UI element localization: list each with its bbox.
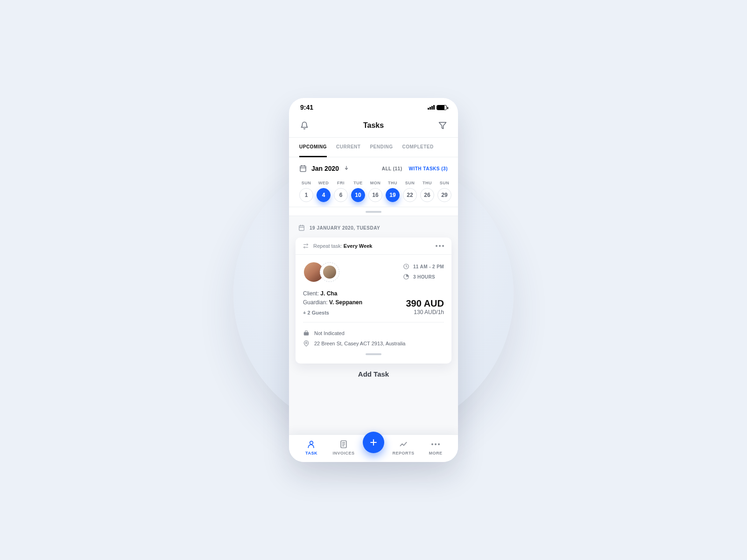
guardian-name: V. Seppanen <box>329 299 362 306</box>
address-row: 22 Breen St, Casey ACT 2913, Australia <box>303 338 444 349</box>
tab-completed[interactable]: COMPLETED <box>402 138 433 157</box>
month-label: Jan 2020 <box>311 165 339 172</box>
client-name: J. Cha <box>320 290 337 297</box>
avatar-placeholder <box>320 262 339 282</box>
time-range-label: 11 AM - 2 PM <box>413 264 444 269</box>
divider <box>303 322 444 322</box>
repeat-prefix: Repeat task: <box>313 243 344 249</box>
more-icon[interactable] <box>436 245 444 247</box>
avatars <box>303 261 339 283</box>
date-col: SUN 22 <box>403 181 417 202</box>
date-dow: WED <box>318 181 329 185</box>
date-col: FRI 6 <box>334 181 348 202</box>
date-col: THU 26 <box>420 181 434 202</box>
date-chip[interactable]: 29 <box>437 188 451 202</box>
month-selector[interactable]: Jan 2020 <box>299 165 349 172</box>
date-chip[interactable]: 16 <box>368 188 382 202</box>
price-total: 390 AUD <box>406 298 444 309</box>
date-chip[interactable]: 19 <box>386 188 400 202</box>
chevron-down-icon <box>344 165 349 172</box>
svg-rect-6 <box>299 225 304 231</box>
briefcase-icon <box>303 330 310 336</box>
avatar <box>323 266 336 279</box>
bell-icon[interactable] <box>299 120 310 131</box>
date-dow: MON <box>370 181 381 185</box>
drag-handle[interactable] <box>366 211 381 213</box>
svg-marker-0 <box>439 122 446 129</box>
status-row: Not Indicated <box>303 328 444 338</box>
status-bar: 9:41 <box>289 98 458 114</box>
svg-point-16 <box>310 441 313 444</box>
svg-rect-1 <box>300 166 306 172</box>
selected-date-header: 19 JANUARY 2020, TUESDAY <box>296 223 451 238</box>
repeat-label: Repeat task: Every Week <box>303 243 372 249</box>
client-line: Client: J. Cha <box>303 289 362 298</box>
pin-icon <box>303 340 310 347</box>
status-time: 9:41 <box>300 104 313 111</box>
filter-icon[interactable] <box>437 120 448 131</box>
time-range: 11 AM - 2 PM <box>403 263 444 270</box>
card-head: Repeat task: Every Week <box>296 238 451 255</box>
nav-label: INVOICES <box>332 451 354 455</box>
svg-point-15 <box>305 342 307 344</box>
add-button[interactable] <box>363 432 384 453</box>
date-dow: SUN <box>440 181 450 185</box>
card-body: 11 AM - 2 PM 3 HOURS Client: J. Cha <box>296 255 451 364</box>
nav-invoices[interactable]: INVOICES <box>331 440 357 455</box>
date-chip[interactable]: 6 <box>334 188 348 202</box>
document-icon <box>339 440 348 449</box>
date-dow: THU <box>388 181 397 185</box>
tab-upcoming[interactable]: UPCOMING <box>299 138 327 157</box>
date-col: SUN 1 <box>299 181 313 202</box>
date-dow: THU <box>423 181 432 185</box>
status-label: Not Indicated <box>314 330 345 336</box>
nav-task[interactable]: TASK <box>298 440 324 455</box>
date-chip[interactable]: 4 <box>317 188 331 202</box>
filter-with-tasks[interactable]: WITH TASKS (3) <box>409 166 448 171</box>
calendar-icon <box>299 165 307 172</box>
date-col: MON 16 <box>368 181 382 202</box>
address-label: 22 Breen St, Casey ACT 2913, Australia <box>314 341 405 346</box>
page-title: Tasks <box>363 121 384 130</box>
tab-current[interactable]: CURRENT <box>336 138 360 157</box>
date-dow: SUN <box>302 181 311 185</box>
header: Tasks <box>289 114 458 137</box>
guardian-line: Guardian: V. Seppanen <box>303 298 362 307</box>
task-card[interactable]: Repeat task: Every Week 11 AM - 2 PM <box>296 238 451 364</box>
client-label: Client: <box>303 290 320 297</box>
guardian-label: Guardian: <box>303 299 329 306</box>
phone-frame: 9:41 Tasks UPCOMING CURRENT PENDING COMP… <box>289 98 458 462</box>
status-icons <box>428 105 447 110</box>
signal-icon <box>428 105 435 110</box>
date-chip[interactable]: 1 <box>299 188 313 202</box>
month-row: Jan 2020 ALL (11) WITH TASKS (3) <box>289 157 458 176</box>
card-drag-handle[interactable] <box>366 353 381 355</box>
date-col: SUN 29 <box>437 181 451 202</box>
tab-pending[interactable]: PENDING <box>370 138 393 157</box>
svg-rect-14 <box>304 332 309 336</box>
date-dow: FRI <box>337 181 345 185</box>
date-col: WED 4 <box>317 181 331 202</box>
date-chip[interactable]: 22 <box>403 188 417 202</box>
duration-label: 3 HOURS <box>413 274 435 280</box>
bottom-nav: TASK INVOICES REPORTS MORE <box>289 434 458 462</box>
date-header-label: 19 JANUARY 2020, TUESDAY <box>310 225 380 231</box>
add-task-label: Add Task <box>296 364 451 378</box>
nav-more[interactable]: MORE <box>423 440 449 455</box>
content-area: 19 JANUARY 2020, TUESDAY Repeat task: Ev… <box>289 216 458 462</box>
calendar-icon <box>298 224 305 231</box>
date-chip[interactable]: 26 <box>420 188 434 202</box>
repeat-value: Every Week <box>344 243 373 249</box>
date-chip[interactable]: 10 <box>351 188 365 202</box>
nav-label: REPORTS <box>392 451 414 455</box>
date-strip[interactable]: SUN 1 WED 4 FRI 6 TUE 10 MON 16 THU 19 S… <box>289 176 458 207</box>
dots-icon <box>431 440 440 449</box>
tabs: UPCOMING CURRENT PENDING COMPLETED <box>289 137 458 157</box>
filter-all[interactable]: ALL (11) <box>382 166 402 171</box>
month-filters: ALL (11) WITH TASKS (3) <box>382 166 448 171</box>
date-dow: SUN <box>405 181 415 185</box>
nav-reports[interactable]: REPORTS <box>390 440 416 455</box>
duration-icon <box>403 273 409 280</box>
date-col: TUE 10 <box>351 181 365 202</box>
date-col: THU 19 <box>386 181 400 202</box>
